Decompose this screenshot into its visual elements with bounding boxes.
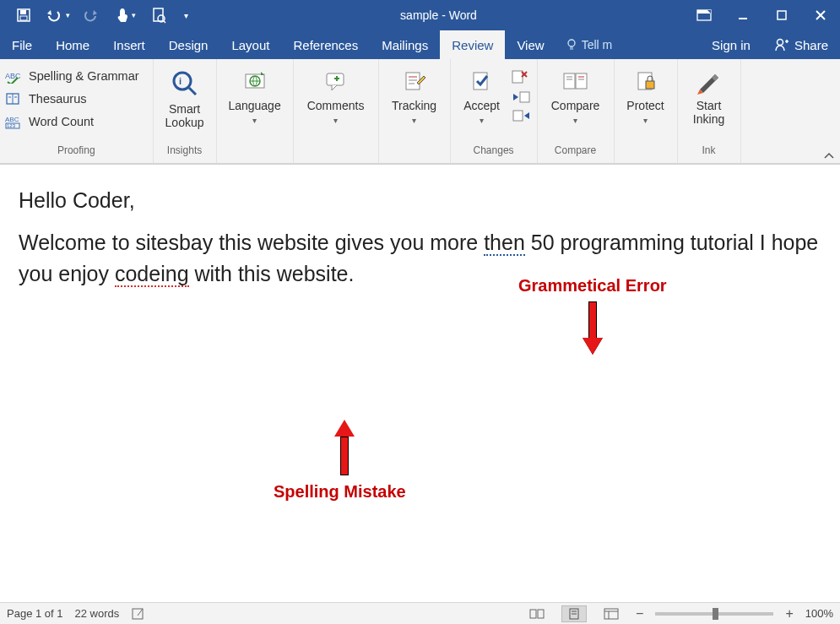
web-layout-button[interactable] [599, 605, 624, 622]
status-proofing-icon[interactable] [131, 607, 146, 621]
svg-text:ABC: ABC [5, 72, 21, 80]
protect-icon [633, 69, 658, 95]
touch-mode-button[interactable]: ▾ [110, 0, 140, 30]
zoom-level[interactable]: 100% [805, 607, 833, 620]
quick-access-toolbar: ▾ ▾ ▾ [0, 0, 192, 30]
language-button[interactable]: Language▾ [222, 64, 288, 126]
redo-button[interactable] [76, 0, 106, 30]
spelling-grammar-button[interactable]: ABC Spelling & Grammar [5, 66, 148, 86]
tracking-icon [402, 69, 427, 95]
svg-rect-44 [513, 111, 523, 121]
tab-references[interactable]: References [281, 30, 370, 59]
svg-line-5 [164, 21, 165, 23]
svg-rect-54 [530, 610, 536, 618]
svg-rect-55 [538, 610, 544, 618]
svg-rect-2 [20, 16, 27, 20]
ribbon: ABC Spelling & Grammar Thesaurus ABC123 … [0, 59, 840, 164]
doc-paragraph[interactable]: Welcome to sitesbay this website gives y… [19, 227, 832, 289]
tab-layout[interactable]: Layout [219, 30, 281, 59]
compare-button[interactable]: Compare▾ [543, 64, 609, 126]
word-count-button[interactable]: ABC123 Word Count [5, 111, 148, 132]
next-icon [512, 110, 532, 122]
undo-button[interactable]: ▾ [42, 0, 73, 30]
word-count-icon: ABC123 [5, 114, 24, 129]
group-label-compare: Compare [538, 144, 614, 163]
tab-file[interactable]: File [0, 30, 44, 59]
maximize-button[interactable] [762, 0, 801, 30]
doc-greeting[interactable]: Hello Coder, [19, 185, 832, 215]
collapse-ribbon-button[interactable] [818, 59, 840, 163]
tell-me-search[interactable]: Tell m [556, 30, 621, 59]
ribbon-group-comments: Comments▾ [294, 59, 379, 163]
share-label: Share [794, 38, 828, 52]
next-change-button[interactable] [512, 110, 532, 122]
smart-lookup-icon: i [171, 69, 199, 98]
prev-icon [512, 91, 532, 103]
window-controls [685, 0, 840, 30]
annotation-arrow-up [334, 420, 355, 475]
thesaurus-button[interactable]: Thesaurus [5, 89, 148, 109]
status-page[interactable]: Page 1 of 1 [7, 607, 63, 620]
start-inking-button[interactable]: Start Inking [683, 64, 735, 126]
tab-design[interactable]: Design [157, 30, 220, 59]
minimize-button[interactable] [723, 0, 762, 30]
tab-home[interactable]: Home [44, 30, 101, 59]
svg-rect-35 [406, 73, 420, 90]
protect-button[interactable]: Protect▾ [620, 64, 672, 126]
tab-review[interactable]: Review [440, 30, 505, 59]
tab-view[interactable]: View [505, 30, 555, 59]
status-word-count[interactable]: 22 words [75, 607, 120, 620]
svg-rect-1 [20, 10, 26, 14]
tab-mailings[interactable]: Mailings [370, 30, 440, 59]
ribbon-group-insights: i Smart Lookup Insights [154, 59, 217, 163]
annotation-arrow-down [583, 301, 603, 355]
print-layout-button[interactable] [561, 605, 587, 622]
smart-lookup-button[interactable]: i Smart Lookup [159, 64, 211, 129]
ribbon-options-button[interactable] [685, 0, 723, 30]
ink-icon [695, 69, 723, 95]
ribbon-group-compare: Compare▾ Compare [538, 59, 615, 163]
reject-button[interactable] [512, 69, 532, 84]
share-icon [774, 37, 789, 52]
tab-insert[interactable]: Insert [101, 30, 157, 59]
comments-button[interactable]: Comments▾ [299, 64, 373, 126]
spelling-icon: ABC [5, 68, 24, 84]
lightbulb-icon [565, 38, 578, 52]
close-button[interactable] [801, 0, 840, 30]
qat-customize-button[interactable]: ▾ [177, 0, 192, 30]
spelling-error-word[interactable]: codeing [115, 262, 189, 287]
accept-button[interactable]: Accept▾ [456, 64, 508, 126]
previous-change-button[interactable] [512, 91, 532, 103]
annotation-spelling-label: Spelling Mistake [274, 482, 406, 502]
document-area[interactable]: Hello Coder, Welcome to sitesbay this we… [0, 164, 840, 602]
svg-rect-40 [512, 71, 523, 83]
tell-me-label: Tell m [582, 38, 613, 52]
share-button[interactable]: Share [762, 30, 840, 59]
save-button[interactable] [8, 0, 39, 30]
titlebar: ▾ ▾ ▾ sample - Word [0, 0, 840, 30]
svg-rect-59 [604, 609, 618, 619]
read-mode-button[interactable] [524, 605, 550, 622]
svg-text:123: 123 [7, 123, 16, 128]
ribbon-group-ink: Start Inking Ink [678, 59, 741, 163]
group-label-changes: Changes [451, 144, 537, 163]
print-preview-button[interactable] [144, 0, 174, 30]
zoom-in-button[interactable]: + [785, 606, 793, 621]
sign-in-button[interactable]: Sign in [700, 30, 762, 59]
svg-line-27 [189, 88, 196, 95]
tracking-button[interactable]: Tracking▾ [384, 64, 445, 126]
status-bar: Page 1 of 1 22 words − + 100% [0, 602, 840, 624]
reject-icon [512, 69, 532, 84]
zoom-slider[interactable] [655, 612, 773, 616]
svg-point-26 [174, 73, 191, 90]
accept-icon [469, 69, 495, 95]
ribbon-group-changes: Accept▾ Changes [451, 59, 538, 163]
svg-point-15 [777, 40, 783, 46]
annotation-grammar-label: Grammetical Error [518, 276, 667, 296]
svg-point-12 [568, 40, 575, 46]
zoom-out-button[interactable]: − [636, 606, 643, 621]
thesaurus-icon [5, 91, 24, 106]
language-icon [242, 69, 268, 95]
grammar-error-word[interactable]: then [484, 231, 525, 256]
comments-icon [323, 69, 349, 95]
